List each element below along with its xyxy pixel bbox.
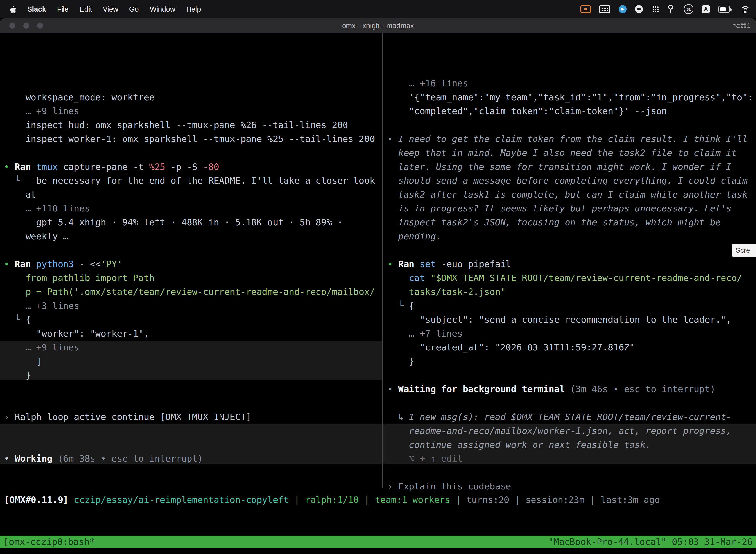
terminal-line: is in progress? It seems likely but perh… [387, 202, 756, 215]
terminal-pane-right[interactable]: … +16 lines '{"team_name":"my-team","tas… [383, 33, 756, 493]
terminal-line: └ { [387, 299, 756, 313]
terminal-line: } [4, 368, 382, 382]
tmux-host-and-time: "MacBook-Pro-44.local" 05:03 31-Mar-26 [548, 536, 753, 548]
terminal-line [387, 243, 756, 257]
terminal-line [4, 382, 382, 396]
terminal-line: "completed","claim_token":"claim-token"}… [387, 104, 756, 118]
terminal-line: ↳ 1 new msg(s): read $OMX_TEAM_STATE_ROO… [387, 410, 756, 424]
key-icon[interactable] [668, 5, 675, 14]
window-shortcut-hint: ⌥⌘1 [733, 21, 751, 30]
wifi-icon[interactable] [741, 6, 750, 13]
terminal-line: … +7 lines [387, 327, 756, 340]
terminal-line: inspect_worker-1: omx sparkshell --tmux-… [4, 132, 382, 146]
terminal-line: continue assigned work or next feasible … [387, 438, 756, 452]
menu-bar-status-icons: 61A [580, 4, 756, 14]
terminal-line [4, 466, 382, 480]
terminal-line: gpt-5.4 xhigh · 94% left · 488K in · 5.1… [4, 215, 382, 229]
terminal-line [4, 438, 382, 452]
terminal-line [4, 480, 382, 493]
terminal-line [387, 396, 756, 410]
pane-divider[interactable] [382, 33, 383, 489]
terminal-line: pending. [387, 229, 756, 243]
terminal-line: tasks/task-2.json" [387, 285, 756, 299]
terminal-line: … +16 lines [387, 76, 756, 90]
terminal-line: p = Path('.omx/state/team/review-current… [4, 285, 382, 299]
terminal-line: workspace_mode: worktree [4, 90, 382, 104]
menu-items: FileEditViewGoWindowHelp [57, 5, 201, 13]
terminal-line: › Ralph loop active continue [OMX_TMUX_I… [4, 410, 382, 424]
terminal-line: └ { [4, 313, 382, 327]
terminal-line [4, 243, 382, 257]
window-title-bar[interactable]: omx --xhigh --madmax ⌥⌘1 [0, 18, 756, 33]
terminal-line: readme-and-reco/mailbox/worker-1.json, a… [387, 424, 756, 438]
terminal: workspace_mode: worktree … +9 lines insp… [0, 33, 756, 536]
terminal-line [387, 368, 756, 382]
terminal-line: later. Using the same for transition mig… [387, 160, 756, 174]
app-menu-name[interactable]: Slack [27, 5, 46, 13]
terminal-line: … +9 lines [4, 104, 382, 118]
window-title: omx --xhigh --madmax [0, 21, 756, 30]
terminal-line: ⌥ + ↑ edit [387, 452, 756, 466]
battery-gauge-icon[interactable]: 61 [684, 4, 693, 14]
terminal-line: inspect task2's JSON, focusing on the st… [387, 215, 756, 229]
menu-item-view[interactable]: View [103, 5, 118, 13]
app-grid-icon[interactable] [651, 5, 659, 13]
terminal-line: └ be necessary for the end of the README… [4, 174, 382, 188]
keyboard-icon[interactable] [599, 5, 610, 13]
terminal-line: at [4, 188, 382, 202]
letter-a-app-icon[interactable]: A [702, 5, 710, 13]
terminal-line: • Ran set -euo pipefail [387, 257, 756, 271]
menu-bar-left: Slack FileEditViewGoWindowHelp [0, 5, 201, 13]
terminal-line: … +110 lines [4, 202, 382, 215]
terminal-line [4, 396, 382, 410]
terminal-line: … +9 lines [4, 340, 382, 354]
menu-item-go[interactable]: Go [129, 5, 139, 13]
tmux-status-bar: [omx-cczip0:bash* "MacBook-Pro-44.local"… [0, 536, 756, 548]
screen: Slack FileEditViewGoWindowHelp 61A omx -… [0, 0, 756, 554]
terminal-line: should send a message before completing … [387, 174, 756, 188]
screenshot-popup[interactable]: Scre [732, 244, 756, 257]
copilot-icon[interactable] [635, 5, 643, 13]
terminal-line: inspect_hud: omx sparkshell --tmux-pane … [4, 118, 382, 132]
terminal-line: "subject": "send a concise recommendatio… [387, 313, 756, 327]
menu-item-edit[interactable]: Edit [80, 5, 92, 13]
terminal-line: "created_at": "2026-03-31T11:59:27.816Z" [387, 340, 756, 354]
screen-recording-icon[interactable] [580, 5, 591, 13]
terminal-line: "worker": "worker-1", [4, 327, 382, 340]
terminal-line: • I need to get the claim token from the… [387, 132, 756, 146]
terminal-line: keep that in mind. Maybe I also need the… [387, 146, 756, 160]
terminal-line: '{"team_name":"my-team","task_id":"1","f… [387, 90, 756, 104]
battery-icon[interactable] [718, 6, 730, 13]
terminal-pane-left[interactable]: workspace_mode: worktree … +9 lines insp… [0, 33, 382, 493]
terminal-line: task2 after task1 is complete, but can I… [387, 188, 756, 202]
terminal-line [4, 424, 382, 438]
menu-item-window[interactable]: Window [150, 5, 175, 13]
tmux-session-window: [omx-cczip0:bash* [3, 536, 95, 548]
terminal-line: weekly … [4, 229, 382, 243]
terminal-line: from pathlib import Path [4, 271, 382, 285]
terminal-line: cat "$OMX_TEAM_STATE_ROOT/team/review-cu… [387, 271, 756, 285]
terminal-line [387, 118, 756, 132]
terminal-line: › Explain this codebase [387, 480, 756, 493]
menu-item-help[interactable]: Help [186, 5, 201, 13]
terminal-line [4, 146, 382, 160]
terminal-line: • Ran tmux capture-pane -t %25 -p -S -80 [4, 160, 382, 174]
terminal-line: … +3 lines [4, 299, 382, 313]
menu-item-file[interactable]: File [57, 5, 69, 13]
terminal-line: • Ran python3 - <<'PY' [4, 257, 382, 271]
menu-bar: Slack FileEditViewGoWindowHelp 61A [0, 0, 756, 18]
terminal-line: } [387, 354, 756, 368]
terminal-line: • Working (6m 38s • esc to interrupt) [4, 452, 382, 466]
terminal-line: ] [4, 354, 382, 368]
apple-menu-icon[interactable] [10, 5, 16, 13]
telegram-icon[interactable] [619, 5, 627, 13]
terminal-line: • Waiting for background terminal (3m 46… [387, 382, 756, 396]
terminal-line [387, 466, 756, 480]
omx-status-line: [OMX#0.11.9] cczip/essay/ai-reimplementa… [0, 493, 756, 507]
